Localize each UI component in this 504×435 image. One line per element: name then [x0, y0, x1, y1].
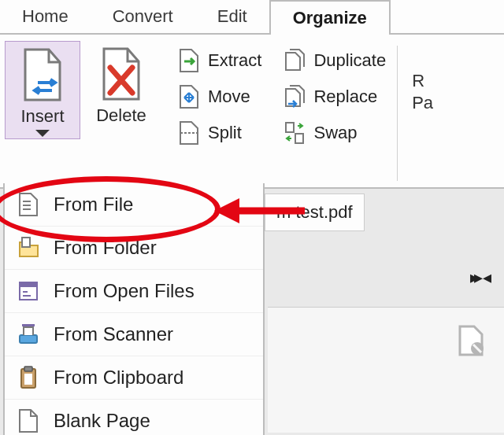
clipboard-icon — [17, 364, 39, 391]
nav-buttons: ▸▸ ◂ — [470, 267, 491, 288]
split-label: Split — [208, 123, 242, 143]
swap-button[interactable]: Swap — [279, 116, 391, 149]
duplicate-label: Duplicate — [313, 50, 386, 71]
extract-button[interactable]: Extract — [173, 44, 266, 77]
menu-from-file-label: From File — [54, 194, 133, 216]
replace-label: Replace — [313, 87, 377, 107]
extract-icon — [178, 47, 200, 74]
menu-from-clipboard[interactable]: From Clipboard — [5, 356, 263, 399]
ribbon-col-2: Duplicate Replace Swap — [279, 39, 391, 149]
menu-from-open-files-label: From Open Files — [54, 280, 195, 302]
insert-dropdown-menu: From File From Folder From Open Files — [3, 183, 265, 435]
menu-blank-page-label: Blank Page — [54, 410, 150, 432]
folder-icon — [17, 234, 39, 261]
move-icon — [178, 83, 200, 110]
open-files-icon — [17, 278, 39, 304]
thumbnail-panel — [268, 307, 504, 433]
insert-button[interactable]: Insert — [5, 41, 80, 139]
menu-from-clipboard-label: From Clipboard — [54, 367, 183, 389]
delete-button[interactable]: Delete — [83, 41, 159, 127]
replace-icon — [284, 83, 306, 110]
menu-from-scanner[interactable]: From Scanner — [5, 312, 263, 356]
svg-rect-1 — [295, 134, 303, 143]
scanner-icon — [17, 321, 39, 348]
svg-rect-8 — [24, 367, 32, 371]
fast-forward-icon[interactable]: ▸▸ — [470, 267, 478, 288]
menu-from-folder[interactable]: From Folder — [5, 226, 263, 269]
replace-button[interactable]: Replace — [279, 80, 391, 113]
ribbon-organize: Insert Delete Extract — [0, 35, 504, 189]
partial-text-1: R — [412, 71, 424, 91]
insert-label: Insert — [20, 106, 64, 127]
insert-page-icon — [20, 46, 65, 103]
menu-from-scanner-label: From Scanner — [54, 323, 173, 345]
duplicate-icon — [284, 47, 306, 74]
split-icon — [178, 120, 200, 146]
ribbon-tabs: Home Convert Edit Organize — [0, 0, 504, 35]
ribbon-separator — [397, 46, 398, 181]
svg-rect-9 — [24, 374, 32, 385]
partial-text-2: Pa — [412, 93, 433, 113]
ribbon-partial-group: R Pa — [404, 71, 433, 113]
back-icon[interactable]: ◂ — [483, 267, 491, 288]
svg-rect-0 — [286, 123, 294, 132]
tab-organize[interactable]: Organize — [269, 0, 391, 35]
menu-from-folder-label: From Folder — [54, 237, 157, 259]
tab-edit[interactable]: Edit — [195, 0, 269, 33]
file-icon — [17, 191, 39, 218]
dropdown-caret-icon — [35, 130, 50, 137]
split-button[interactable]: Split — [173, 116, 266, 149]
tab-convert[interactable]: Convert — [91, 0, 195, 33]
swap-label: Swap — [313, 123, 357, 143]
duplicate-button[interactable]: Duplicate — [279, 44, 391, 77]
delete-label: Delete — [96, 105, 146, 126]
page-disabled-icon — [457, 323, 485, 362]
svg-rect-5 — [20, 282, 37, 287]
delete-page-icon — [99, 46, 143, 102]
menu-blank-page[interactable]: Blank Page — [5, 399, 263, 435]
document-tab[interactable]: m test.pdf — [265, 194, 365, 231]
ribbon-col-1: Extract Move Split — [173, 39, 266, 149]
tab-home[interactable]: Home — [0, 0, 91, 33]
blank-page-icon — [17, 407, 39, 434]
move-button[interactable]: Move — [173, 80, 266, 113]
extract-label: Extract — [208, 50, 261, 71]
menu-from-open-files[interactable]: From Open Files — [5, 269, 263, 312]
svg-rect-3 — [22, 238, 30, 247]
svg-rect-6 — [20, 335, 37, 343]
move-label: Move — [208, 87, 250, 107]
swap-icon — [284, 120, 306, 146]
menu-from-file[interactable]: From File — [5, 183, 263, 226]
